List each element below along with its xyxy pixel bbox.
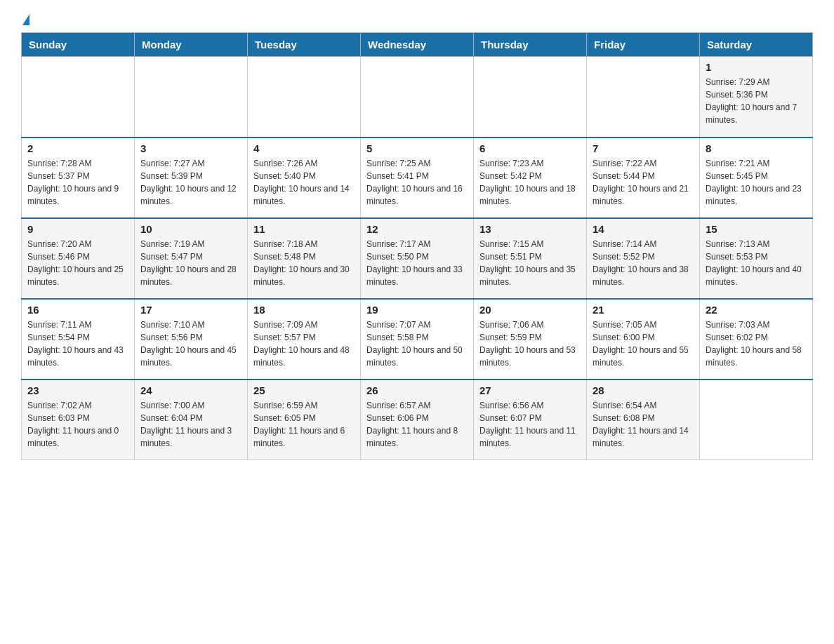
- day-info: Sunrise: 7:18 AMSunset: 5:48 PMDaylight:…: [253, 238, 355, 288]
- day-info: Sunrise: 7:13 AMSunset: 5:53 PMDaylight:…: [706, 238, 807, 288]
- day-number: 3: [140, 142, 241, 154]
- calendar-cell: 1Sunrise: 7:29 AMSunset: 5:36 PMDaylight…: [700, 57, 813, 137]
- calendar-cell: 5Sunrise: 7:25 AMSunset: 5:41 PMDaylight…: [361, 137, 474, 218]
- day-info: Sunrise: 7:10 AMSunset: 5:56 PMDaylight:…: [140, 318, 241, 369]
- day-number: 9: [27, 223, 128, 235]
- column-header-friday: Friday: [587, 33, 700, 57]
- logo-triangle-icon: [22, 14, 29, 25]
- day-info: Sunrise: 7:17 AMSunset: 5:50 PMDaylight:…: [366, 238, 468, 288]
- day-number: 7: [593, 142, 694, 154]
- calendar-cell: [248, 57, 361, 137]
- column-header-wednesday: Wednesday: [361, 33, 474, 57]
- logo: [21, 14, 29, 25]
- day-info: Sunrise: 7:09 AMSunset: 5:57 PMDaylight:…: [253, 318, 355, 369]
- calendar-cell: 11Sunrise: 7:18 AMSunset: 5:48 PMDayligh…: [248, 218, 361, 299]
- calendar-cell: 9Sunrise: 7:20 AMSunset: 5:46 PMDaylight…: [22, 218, 135, 299]
- day-number: 14: [593, 223, 694, 235]
- day-number: 24: [140, 384, 241, 396]
- calendar-cell: 26Sunrise: 6:57 AMSunset: 6:06 PMDayligh…: [361, 380, 474, 460]
- day-number: 12: [366, 223, 468, 235]
- calendar-table: SundayMondayTuesdayWednesdayThursdayFrid…: [21, 32, 813, 460]
- day-info: Sunrise: 6:59 AMSunset: 6:05 PMDaylight:…: [253, 399, 355, 450]
- calendar-cell: 19Sunrise: 7:07 AMSunset: 5:58 PMDayligh…: [361, 299, 474, 380]
- page-header: [21, 14, 813, 25]
- calendar-cell: 25Sunrise: 6:59 AMSunset: 6:05 PMDayligh…: [248, 380, 361, 460]
- day-number: 10: [140, 223, 241, 235]
- day-info: Sunrise: 7:03 AMSunset: 6:02 PMDaylight:…: [706, 318, 807, 369]
- day-info: Sunrise: 7:00 AMSunset: 6:04 PMDaylight:…: [140, 399, 241, 450]
- day-info: Sunrise: 7:11 AMSunset: 5:54 PMDaylight:…: [27, 318, 128, 369]
- calendar-cell: 18Sunrise: 7:09 AMSunset: 5:57 PMDayligh…: [248, 299, 361, 380]
- calendar-week-row: 9Sunrise: 7:20 AMSunset: 5:46 PMDaylight…: [22, 218, 813, 299]
- calendar-week-row: 16Sunrise: 7:11 AMSunset: 5:54 PMDayligh…: [22, 299, 813, 380]
- day-number: 19: [366, 304, 468, 316]
- calendar-cell: 22Sunrise: 7:03 AMSunset: 6:02 PMDayligh…: [700, 299, 813, 380]
- day-number: 8: [706, 142, 807, 154]
- day-info: Sunrise: 6:54 AMSunset: 6:08 PMDaylight:…: [593, 399, 694, 450]
- day-info: Sunrise: 7:28 AMSunset: 5:37 PMDaylight:…: [27, 157, 128, 208]
- column-header-monday: Monday: [135, 33, 248, 57]
- day-number: 16: [27, 304, 128, 316]
- day-info: Sunrise: 7:27 AMSunset: 5:39 PMDaylight:…: [140, 157, 241, 208]
- calendar-cell: 12Sunrise: 7:17 AMSunset: 5:50 PMDayligh…: [361, 218, 474, 299]
- day-info: Sunrise: 7:22 AMSunset: 5:44 PMDaylight:…: [593, 157, 694, 208]
- day-info: Sunrise: 7:29 AMSunset: 5:36 PMDaylight:…: [706, 76, 807, 126]
- day-info: Sunrise: 6:57 AMSunset: 6:06 PMDaylight:…: [366, 399, 468, 450]
- calendar-cell: 27Sunrise: 6:56 AMSunset: 6:07 PMDayligh…: [474, 380, 587, 460]
- calendar-header-row: SundayMondayTuesdayWednesdayThursdayFrid…: [22, 33, 813, 57]
- calendar-cell: 6Sunrise: 7:23 AMSunset: 5:42 PMDaylight…: [474, 137, 587, 218]
- day-number: 26: [366, 384, 468, 396]
- calendar-cell: 16Sunrise: 7:11 AMSunset: 5:54 PMDayligh…: [22, 299, 135, 380]
- day-number: 15: [706, 223, 807, 235]
- day-info: Sunrise: 7:02 AMSunset: 6:03 PMDaylight:…: [27, 399, 128, 450]
- day-number: 18: [253, 304, 355, 316]
- day-number: 6: [479, 142, 581, 154]
- calendar-week-row: 1Sunrise: 7:29 AMSunset: 5:36 PMDaylight…: [22, 57, 813, 137]
- day-info: Sunrise: 6:56 AMSunset: 6:07 PMDaylight:…: [479, 399, 581, 450]
- day-info: Sunrise: 7:07 AMSunset: 5:58 PMDaylight:…: [366, 318, 468, 369]
- calendar-cell: 28Sunrise: 6:54 AMSunset: 6:08 PMDayligh…: [587, 380, 700, 460]
- day-number: 5: [366, 142, 468, 154]
- day-info: Sunrise: 7:23 AMSunset: 5:42 PMDaylight:…: [479, 157, 581, 208]
- day-info: Sunrise: 7:14 AMSunset: 5:52 PMDaylight:…: [593, 238, 694, 288]
- calendar-cell: 17Sunrise: 7:10 AMSunset: 5:56 PMDayligh…: [135, 299, 248, 380]
- day-number: 28: [593, 384, 694, 396]
- calendar-cell: 13Sunrise: 7:15 AMSunset: 5:51 PMDayligh…: [474, 218, 587, 299]
- column-header-thursday: Thursday: [474, 33, 587, 57]
- calendar-cell: [361, 57, 474, 137]
- calendar-cell: 21Sunrise: 7:05 AMSunset: 6:00 PMDayligh…: [587, 299, 700, 380]
- calendar-cell: [474, 57, 587, 137]
- calendar-cell: 10Sunrise: 7:19 AMSunset: 5:47 PMDayligh…: [135, 218, 248, 299]
- day-info: Sunrise: 7:15 AMSunset: 5:51 PMDaylight:…: [479, 238, 581, 288]
- day-number: 11: [253, 223, 355, 235]
- day-number: 27: [479, 384, 581, 396]
- day-number: 2: [27, 142, 128, 154]
- calendar-cell: 14Sunrise: 7:14 AMSunset: 5:52 PMDayligh…: [587, 218, 700, 299]
- calendar-cell: 20Sunrise: 7:06 AMSunset: 5:59 PMDayligh…: [474, 299, 587, 380]
- day-number: 21: [593, 304, 694, 316]
- calendar-cell: 24Sunrise: 7:00 AMSunset: 6:04 PMDayligh…: [135, 380, 248, 460]
- day-info: Sunrise: 7:05 AMSunset: 6:00 PMDaylight:…: [593, 318, 694, 369]
- column-header-tuesday: Tuesday: [248, 33, 361, 57]
- calendar-cell: 8Sunrise: 7:21 AMSunset: 5:45 PMDaylight…: [700, 137, 813, 218]
- day-number: 13: [479, 223, 581, 235]
- day-number: 25: [253, 384, 355, 396]
- calendar-cell: [587, 57, 700, 137]
- calendar-cell: 4Sunrise: 7:26 AMSunset: 5:40 PMDaylight…: [248, 137, 361, 218]
- day-info: Sunrise: 7:25 AMSunset: 5:41 PMDaylight:…: [366, 157, 468, 208]
- calendar-cell: [135, 57, 248, 137]
- calendar-cell: 7Sunrise: 7:22 AMSunset: 5:44 PMDaylight…: [587, 137, 700, 218]
- calendar-cell: 23Sunrise: 7:02 AMSunset: 6:03 PMDayligh…: [22, 380, 135, 460]
- day-number: 1: [706, 61, 807, 73]
- day-number: 4: [253, 142, 355, 154]
- calendar-cell: [22, 57, 135, 137]
- calendar-cell: 15Sunrise: 7:13 AMSunset: 5:53 PMDayligh…: [700, 218, 813, 299]
- day-number: 20: [479, 304, 581, 316]
- calendar-week-row: 2Sunrise: 7:28 AMSunset: 5:37 PMDaylight…: [22, 137, 813, 218]
- column-header-sunday: Sunday: [22, 33, 135, 57]
- day-number: 23: [27, 384, 128, 396]
- day-info: Sunrise: 7:26 AMSunset: 5:40 PMDaylight:…: [253, 157, 355, 208]
- day-number: 22: [706, 304, 807, 316]
- day-info: Sunrise: 7:21 AMSunset: 5:45 PMDaylight:…: [706, 157, 807, 208]
- calendar-cell: [700, 380, 813, 460]
